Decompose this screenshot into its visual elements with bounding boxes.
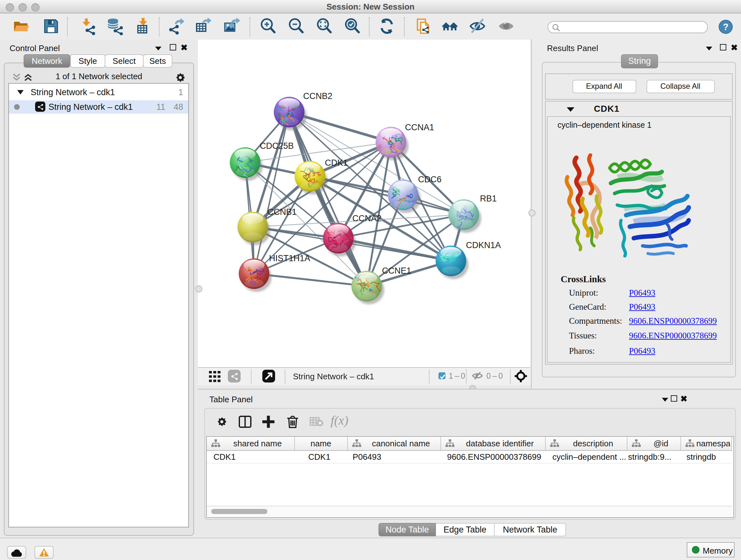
svg-text:CCNA2: CCNA2 bbox=[352, 213, 382, 223]
svg-text:CCNE1: CCNE1 bbox=[382, 266, 411, 275]
svg-text:CCNA1: CCNA1 bbox=[405, 123, 434, 132]
svg-text:CDKN1A: CDKN1A bbox=[466, 240, 501, 250]
svg-text:CDC25B: CDC25B bbox=[260, 141, 294, 151]
svg-text:RB1: RB1 bbox=[480, 194, 497, 203]
svg-text:CDC6: CDC6 bbox=[418, 175, 442, 184]
svg-text:CCNB1: CCNB1 bbox=[267, 207, 297, 217]
svg-text:CDK1: CDK1 bbox=[325, 158, 348, 168]
svg-text:HIST1H1A: HIST1H1A bbox=[269, 253, 310, 263]
svg-text:?: ? bbox=[723, 22, 729, 32]
svg-text:CCNB2: CCNB2 bbox=[303, 91, 333, 101]
